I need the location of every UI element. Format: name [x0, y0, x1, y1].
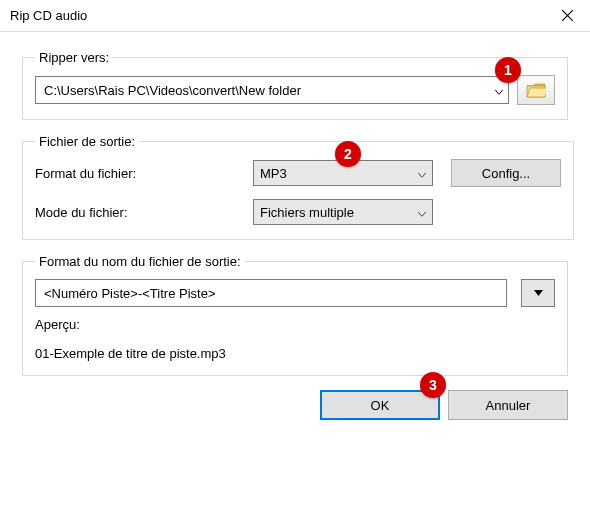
- filename-pattern-input[interactable]: [35, 279, 507, 307]
- ok-button[interactable]: OK: [320, 390, 440, 420]
- group-filename: Format du nom du fichier de sortie: Aper…: [22, 254, 568, 376]
- group-output: Fichier de sortie: Format du fichier: MP…: [22, 134, 574, 240]
- preview-label: Aperçu:: [35, 317, 555, 332]
- preview-value: 01-Exemple de titre de piste.mp3: [35, 346, 555, 361]
- dialog-button-row: OK Annuler 3: [22, 390, 568, 420]
- mode-select[interactable]: Fichiers multiple: [253, 199, 433, 225]
- format-label: Format du fichier:: [35, 166, 245, 181]
- annotation-badge-1: 1: [495, 57, 521, 83]
- annotation-badge-3: 3: [420, 372, 446, 398]
- mode-label: Mode du fichier:: [35, 205, 245, 220]
- dialog-body: Ripper vers: 1 Fichier de sortie: Format…: [0, 32, 590, 434]
- group-destination-legend: Ripper vers:: [35, 50, 113, 65]
- titlebar: Rip CD audio: [0, 0, 590, 32]
- pattern-menu-button[interactable]: [521, 279, 555, 307]
- browse-button[interactable]: [517, 75, 555, 105]
- config-button[interactable]: Config...: [451, 159, 561, 187]
- close-button[interactable]: [544, 0, 590, 32]
- destination-input[interactable]: [35, 76, 509, 104]
- group-output-legend: Fichier de sortie:: [35, 134, 139, 149]
- triangle-down-icon: [534, 290, 543, 296]
- window-title: Rip CD audio: [10, 8, 87, 23]
- group-filename-legend: Format du nom du fichier de sortie:: [35, 254, 245, 269]
- close-icon: [562, 10, 573, 21]
- annotation-badge-2: 2: [335, 141, 361, 167]
- group-destination: Ripper vers: 1: [22, 50, 568, 120]
- cancel-button[interactable]: Annuler: [448, 390, 568, 420]
- destination-combo[interactable]: [35, 76, 509, 104]
- folder-icon: [526, 83, 546, 98]
